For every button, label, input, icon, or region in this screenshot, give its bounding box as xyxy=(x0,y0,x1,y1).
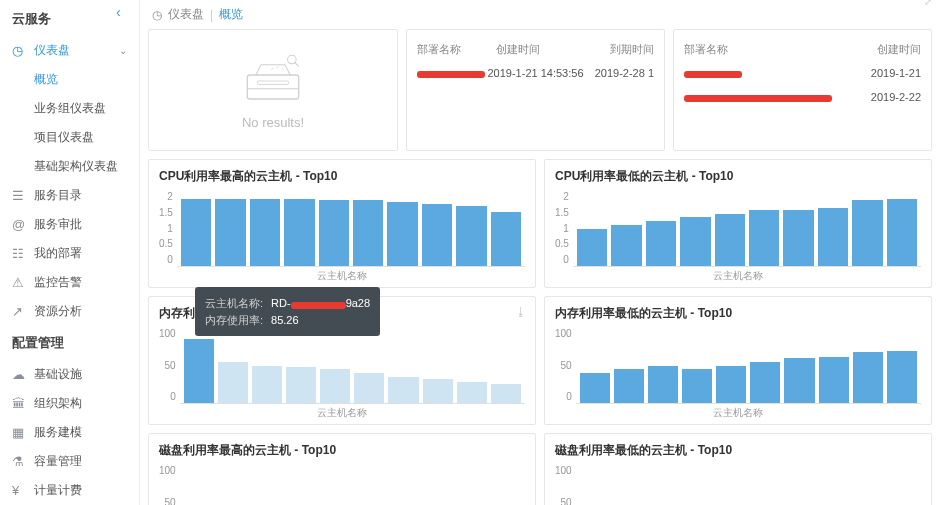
sidebar-item-deployments[interactable]: ☷我的部署 xyxy=(0,239,139,268)
bar[interactable] xyxy=(853,352,883,403)
y-axis: 100500 xyxy=(159,465,176,505)
billing-icon: ¥ xyxy=(12,483,30,498)
bars[interactable] xyxy=(180,465,525,505)
bar[interactable] xyxy=(680,217,710,266)
deploy-card-right: 部署名称 创建时间 2019-1-21 2019-2-22 xyxy=(673,29,932,151)
bars[interactable] xyxy=(573,191,921,266)
bar[interactable] xyxy=(577,229,607,267)
bar[interactable] xyxy=(819,357,849,404)
bars[interactable] xyxy=(177,191,525,266)
expand-icon[interactable]: ⤢ xyxy=(924,0,932,7)
sidebar-item-dashboard[interactable]: ◷ 仪表盘 ⌄ xyxy=(0,36,139,65)
bar[interactable] xyxy=(716,366,746,404)
bars[interactable] xyxy=(576,465,921,505)
chart-title: 磁盘利用率最低的云主机 - Top10 xyxy=(555,442,921,459)
capacity-icon: ⚗ xyxy=(12,454,30,469)
bar[interactable] xyxy=(580,373,610,403)
x-axis-label: 云主机名称 xyxy=(159,406,525,420)
sidebar-item-org[interactable]: 🏛组织架构 xyxy=(0,389,139,418)
cell-created: 2019-2-22 xyxy=(832,91,921,103)
chart-mem-low: 内存利用率最低的云主机 - Top10 100500 云主机名称 xyxy=(544,296,932,425)
sidebar-item-service-model[interactable]: ▦服务建模 xyxy=(0,418,139,447)
bar[interactable] xyxy=(818,208,848,266)
bar[interactable] xyxy=(783,210,813,266)
bar[interactable] xyxy=(319,200,349,266)
sidebar-sub-infra[interactable]: 基础架构仪表盘 xyxy=(0,152,139,181)
chevron-down-icon: ⌄ xyxy=(119,45,127,56)
no-results-illustration xyxy=(228,51,318,111)
bar[interactable] xyxy=(784,358,814,403)
bar[interactable] xyxy=(320,369,350,403)
bar[interactable] xyxy=(218,362,248,403)
bar[interactable] xyxy=(456,206,486,266)
bars[interactable] xyxy=(576,328,921,403)
sidebar-item-capacity[interactable]: ⚗容量管理 xyxy=(0,447,139,476)
bar[interactable] xyxy=(286,367,316,403)
cell-due: 2019-2-28 1 xyxy=(584,67,654,79)
bar[interactable] xyxy=(387,202,417,266)
sidebar: ‹ 云服务 ◷ 仪表盘 ⌄ 概览 业务组仪表盘 项目仪表盘 基础架构仪表盘 ☰服… xyxy=(0,0,140,505)
sidebar-item-catalog[interactable]: ☰服务目录 xyxy=(0,181,139,210)
sidebar-item-alerts[interactable]: ⚠监控告警 xyxy=(0,268,139,297)
bar[interactable] xyxy=(284,199,314,267)
sidebar-sub-overview[interactable]: 概览 xyxy=(0,65,139,94)
bar[interactable] xyxy=(750,362,780,403)
bar[interactable] xyxy=(422,204,452,266)
bar[interactable] xyxy=(252,366,282,404)
sidebar-item-billing[interactable]: ¥计量计费 xyxy=(0,476,139,505)
breadcrumb-sep: | xyxy=(210,8,213,22)
cell-created: 2019-1-21 14:53:56 xyxy=(487,67,583,79)
download-icon[interactable]: ⭳ xyxy=(515,305,527,319)
sidebar-item-analysis[interactable]: ↗资源分析 xyxy=(0,297,139,326)
chart-title: 内存利用率最低的云主机 - Top10 xyxy=(555,305,921,322)
sidebar-sub-project[interactable]: 项目仪表盘 xyxy=(0,123,139,152)
bar[interactable] xyxy=(491,384,521,403)
bar[interactable] xyxy=(354,373,384,403)
chart-cpu-high: CPU利用率最高的云主机 - Top10 21.510.50 云主机名称 xyxy=(148,159,536,288)
bar[interactable] xyxy=(682,369,712,403)
breadcrumb-root[interactable]: 仪表盘 xyxy=(168,6,204,23)
svg-line-4 xyxy=(294,62,298,66)
bar[interactable] xyxy=(353,200,383,266)
bar[interactable] xyxy=(457,382,487,403)
chart-title: CPU利用率最低的云主机 - Top10 xyxy=(555,168,921,185)
bar[interactable] xyxy=(715,214,745,267)
no-results-card: No results! xyxy=(148,29,398,151)
sidebar-collapse-icon[interactable]: ‹ xyxy=(116,4,121,20)
bar[interactable] xyxy=(887,199,917,267)
bar[interactable] xyxy=(611,225,641,266)
y-axis: 100500 xyxy=(555,465,572,505)
sidebar-item-approval[interactable]: @服务审批 xyxy=(0,210,139,239)
th-created: 创建时间 xyxy=(496,42,575,57)
bar[interactable] xyxy=(614,369,644,403)
approval-icon: @ xyxy=(12,217,30,232)
th-due: 到期时间 xyxy=(575,42,654,57)
sidebar-item-infra[interactable]: ☁基础设施 xyxy=(0,360,139,389)
table-row[interactable]: 2019-1-21 14:53:56 2019-2-28 1 xyxy=(417,61,654,85)
svg-line-5 xyxy=(282,68,284,70)
svg-rect-2 xyxy=(258,81,289,84)
y-axis: 21.510.50 xyxy=(555,191,569,267)
svg-line-6 xyxy=(276,66,278,68)
bar[interactable] xyxy=(646,221,676,266)
sidebar-sub-bizgroup[interactable]: 业务组仪表盘 xyxy=(0,94,139,123)
deploy-card-left: 部署名称 创建时间 到期时间 2019-1-21 14:53:56 2019-2… xyxy=(406,29,665,151)
chart-disk-high: 磁盘利用率最高的云主机 - Top10 100500 xyxy=(148,433,536,505)
deployments-icon: ☷ xyxy=(12,246,30,261)
bars[interactable] xyxy=(180,328,525,403)
bar[interactable] xyxy=(184,339,214,403)
bar[interactable] xyxy=(181,199,211,267)
table-row[interactable]: 2019-2-22 xyxy=(684,85,921,109)
bar[interactable] xyxy=(215,199,245,267)
bar[interactable] xyxy=(887,351,917,404)
sidebar-item-label: 仪表盘 xyxy=(34,42,70,59)
bar[interactable] xyxy=(648,366,678,404)
bar[interactable] xyxy=(491,212,521,266)
bar[interactable] xyxy=(388,377,418,403)
bar[interactable] xyxy=(749,210,779,266)
table-row[interactable]: 2019-1-21 xyxy=(684,61,921,85)
analysis-icon: ↗ xyxy=(12,304,30,319)
bar[interactable] xyxy=(250,199,280,267)
bar[interactable] xyxy=(423,379,453,403)
bar[interactable] xyxy=(852,200,882,266)
